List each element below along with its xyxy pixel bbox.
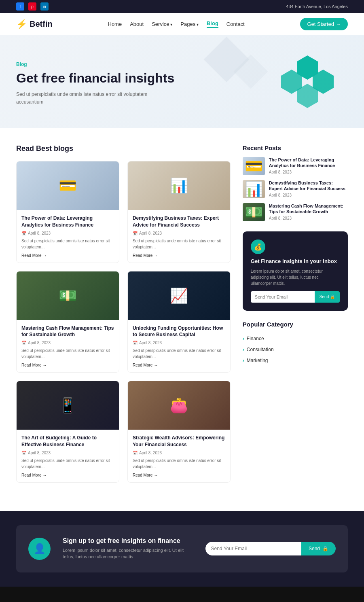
footer: ⚡ Betfin Lorem ipsum dolor sit amet, con…	[0, 587, 364, 602]
blog-card-4-body: Unlocking Funding Opportunities: How to …	[128, 320, 230, 373]
calendar-icon-2: 📅	[133, 231, 138, 235]
nav-blog[interactable]: Blog	[207, 20, 218, 28]
blog-card-2-title: Demystifying Business Taxes: Expert Advi…	[133, 215, 225, 229]
blog-card-1-date: 📅 April 8, 2023	[21, 231, 114, 235]
recent-post-1-title: The Power of Data: Leveraging Analytics …	[269, 157, 348, 169]
recent-posts-section: Recent Posts The Power of Data: Leveragi…	[243, 144, 348, 221]
footer-nl-title: Sign up to get free insights on finance	[63, 537, 193, 545]
blog-card-5-read-more[interactable]: Read More →	[21, 473, 114, 477]
footer-nl-button[interactable]: Send 🔒	[301, 542, 336, 555]
get-started-arrow: →	[336, 22, 341, 26]
newsletter-widget-input[interactable]	[251, 291, 315, 303]
blog-card-2: Demystifying Business Taxes: Expert Advi…	[127, 161, 231, 263]
blog-card-6-image	[128, 381, 230, 430]
logo-text: Betfin	[30, 19, 53, 29]
blog-card-4-date: 📅 April 8, 2023	[133, 341, 225, 345]
blog-card-2-image	[128, 161, 230, 210]
blog-card-6-title: Strategic Wealth Advisors: Empowering Yo…	[133, 435, 225, 448]
blog-card-3: Mastering Cash Flow Management: Tips for…	[16, 271, 119, 373]
get-started-button[interactable]: Get Started →	[300, 18, 348, 30]
navbar: ⚡ Betfin Home About Service Pages Blog C…	[0, 13, 364, 35]
logo[interactable]: ⚡ Betfin	[16, 19, 53, 30]
recent-post-1[interactable]: The Power of Data: Leveraging Analytics …	[243, 157, 348, 175]
topbar: f p in 434 Forth Avenue, Los Angeles	[0, 0, 364, 13]
category-item-marketing[interactable]: Marketing	[243, 355, 348, 366]
newsletter-widget-button[interactable]: Send 🔒	[315, 291, 340, 303]
hero-subtitle: Sed ut perspiciatis unde omnis iste natu…	[16, 91, 170, 106]
nav-home[interactable]: Home	[108, 21, 122, 27]
calendar-icon-6: 📅	[133, 451, 138, 455]
sidebar: Recent Posts The Power of Data: Leveragi…	[243, 144, 348, 495]
blog-card-1-read-more[interactable]: Read More →	[21, 253, 114, 258]
nav-contact[interactable]: Contact	[226, 21, 245, 27]
footer-nl-form: Send 🔒	[205, 542, 336, 555]
recent-post-2-content: Demystifying Business Taxes: Expert Advi…	[269, 180, 348, 197]
newsletter-widget-title: Get Finance insights in your inbox	[251, 258, 340, 265]
calendar-icon-3: 📅	[21, 341, 26, 345]
blog-section: Read Best blogs The Power of Data: Lever…	[16, 144, 231, 495]
hero-graphic	[267, 55, 348, 112]
recent-post-2-date: April 8, 2023	[269, 193, 348, 197]
recent-posts-title: Recent Posts	[243, 144, 348, 151]
category-item-consultation[interactable]: Consultation	[243, 344, 348, 355]
nav-service[interactable]: Service	[152, 21, 172, 27]
newsletter-widget-form: Send 🔒	[251, 291, 340, 303]
recent-post-2-image	[243, 180, 265, 198]
blog-card-2-date: 📅 April 8, 2023	[133, 231, 225, 235]
logo-icon: ⚡	[16, 19, 27, 30]
footer-nl-subtitle: Lorem ipsum dolor sit amet, consectetur …	[63, 547, 193, 560]
blog-card-1: The Power of Data: Leveraging Analytics …	[16, 161, 119, 263]
newsletter-widget-icon: 💰	[251, 240, 265, 254]
footer-nl-icon: 👤	[28, 538, 51, 560]
linkedin-icon[interactable]: in	[40, 2, 49, 11]
blog-card-1-body: The Power of Data: Leveraging Analytics …	[17, 210, 119, 263]
category-item-finance[interactable]: Finance	[243, 333, 348, 344]
blog-card-5-image	[17, 381, 119, 430]
blog-card-4-excerpt: Sed ut perspiciatis unde omnis iste natu…	[133, 348, 225, 360]
blog-card-3-date: 📅 April 8, 2023	[21, 341, 114, 345]
recent-post-2-title: Demystifying Business Taxes: Expert Advi…	[269, 180, 348, 192]
blog-card-4-read-more[interactable]: Read More →	[133, 363, 225, 367]
footer-newsletter-section: 👤 Sign up to get free insights on financ…	[0, 511, 364, 587]
blog-card-6-body: Strategic Wealth Advisors: Empowering Yo…	[128, 430, 230, 482]
blog-card-4-image	[128, 271, 230, 320]
nav-about[interactable]: About	[130, 21, 144, 27]
recent-post-2[interactable]: Demystifying Business Taxes: Expert Advi…	[243, 180, 348, 198]
calendar-icon-1: 📅	[21, 231, 26, 235]
blog-card-5: The Art of Budgeting: A Guide to Effecti…	[16, 381, 119, 483]
blog-card-5-date: 📅 April 8, 2023	[21, 451, 114, 455]
blog-card-3-read-more[interactable]: Read More →	[21, 363, 114, 367]
recent-post-1-content: The Power of Data: Leveraging Analytics …	[269, 157, 348, 174]
blog-card-6-read-more[interactable]: Read More →	[133, 473, 225, 477]
recent-post-1-date: April 8, 2023	[269, 170, 348, 174]
facebook-icon[interactable]: f	[16, 2, 24, 11]
hero-section: Blog Get free financial insights Sed ut …	[0, 35, 364, 128]
nav-pages[interactable]: Pages	[180, 21, 199, 27]
blog-card-3-title: Mastering Cash Flow Management: Tips for…	[21, 325, 114, 339]
footer-nl-input[interactable]	[205, 542, 301, 555]
main-content: Read Best blogs The Power of Data: Lever…	[0, 128, 364, 511]
blog-card-1-title: The Power of Data: Leveraging Analytics …	[21, 215, 114, 229]
blog-card-6-date: 📅 April 8, 2023	[133, 451, 225, 455]
blog-card-4: Unlocking Funding Opportunities: How to …	[127, 271, 231, 373]
footer-nl-text: Sign up to get free insights on finance …	[63, 537, 193, 560]
recent-post-1-image	[243, 157, 265, 175]
categories-section: Popular Category Finance Consultation Ma…	[243, 321, 348, 366]
calendar-icon-5: 📅	[21, 451, 26, 455]
blog-card-6-excerpt: Sed ut perspiciatis unde omnis iste natu…	[133, 458, 225, 470]
blog-card-1-image	[17, 161, 119, 210]
recent-post-3-content: Mastering Cash Flow Management: Tips for…	[269, 203, 348, 220]
footer-newsletter-inner: 👤 Sign up to get free insights on financ…	[16, 525, 348, 572]
blog-card-5-body: The Art of Budgeting: A Guide to Effecti…	[17, 430, 119, 482]
newsletter-widget-subtitle: Lorem ipsum dolor sit amet, consectetur …	[251, 268, 340, 286]
blog-card-1-excerpt: Sed ut perspiciatis unde omnis iste natu…	[21, 238, 114, 250]
recent-post-3-date: April 8, 2023	[269, 216, 348, 220]
recent-post-3-title: Mastering Cash Flow Management: Tips for…	[269, 203, 348, 215]
blog-card-3-body: Mastering Cash Flow Management: Tips for…	[17, 320, 119, 373]
recent-post-3[interactable]: Mastering Cash Flow Management: Tips for…	[243, 203, 348, 221]
blog-card-3-excerpt: Sed ut perspiciatis unde omnis iste natu…	[21, 348, 114, 360]
recent-post-3-image	[243, 203, 265, 221]
blog-card-2-read-more[interactable]: Read More →	[133, 253, 225, 258]
blog-section-title: Read Best blogs	[16, 144, 231, 153]
pinterest-icon[interactable]: p	[28, 2, 36, 11]
